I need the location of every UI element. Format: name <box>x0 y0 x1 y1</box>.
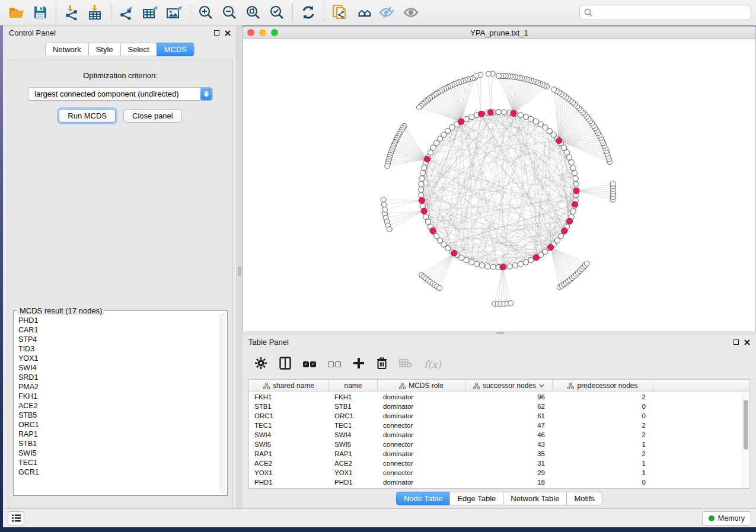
table-cell[interactable]: 2 <box>553 393 653 400</box>
zoom-selected-icon[interactable] <box>265 2 289 23</box>
mcds-node[interactable] <box>548 244 554 250</box>
table-cell[interactable]: 2 <box>553 422 653 429</box>
clone-network-icon[interactable] <box>328 2 352 23</box>
mcds-result-item[interactable]: RAP1 <box>16 430 219 439</box>
mcds-result-item[interactable]: FKH1 <box>16 392 219 401</box>
deselect-all-icon[interactable] <box>328 361 341 367</box>
satellite-node[interactable] <box>486 71 492 76</box>
satellite-node[interactable] <box>382 207 388 212</box>
mcds-node[interactable] <box>511 110 516 116</box>
network-node[interactable] <box>469 259 474 265</box>
mcds-node[interactable] <box>479 111 484 117</box>
task-history-button[interactable] <box>8 511 24 525</box>
network-node[interactable] <box>567 155 572 160</box>
network-node[interactable] <box>507 264 512 269</box>
float-panel-icon[interactable] <box>214 30 219 36</box>
select-all-icon[interactable]: ✓✓ <box>303 361 316 367</box>
import-table-icon[interactable] <box>84 2 107 23</box>
satellite-node[interactable] <box>584 261 589 266</box>
table-cell[interactable]: FKH1 <box>249 393 329 400</box>
mcds-node[interactable] <box>562 227 567 233</box>
table-row[interactable]: ACE2ACE2connector311 <box>249 459 749 468</box>
table-cell[interactable]: SWI4 <box>249 431 329 438</box>
show-all-icon[interactable] <box>399 2 423 23</box>
export-network-icon[interactable] <box>115 2 139 23</box>
column-header-MCDS-role[interactable]: MCDS role <box>378 380 465 392</box>
column-header-name[interactable]: name <box>329 380 378 392</box>
table-row[interactable]: STB1STB1dominator620 <box>249 402 749 411</box>
network-node[interactable] <box>422 165 427 170</box>
table-row[interactable]: SWI5SWI5connector431 <box>249 440 749 449</box>
mcds-result-item[interactable]: PHD1 <box>16 316 219 325</box>
table-cell[interactable]: 0 <box>553 479 653 486</box>
table-cell[interactable]: SWI5 <box>329 441 378 448</box>
network-node[interactable] <box>573 176 578 181</box>
table-cell[interactable]: SWI4 <box>329 431 378 438</box>
table-cell[interactable]: ACE2 <box>249 460 329 467</box>
zoom-out-icon[interactable] <box>218 2 241 23</box>
network-node[interactable] <box>480 262 485 268</box>
network-node[interactable] <box>464 258 469 263</box>
network-node[interactable] <box>419 181 424 187</box>
close-panel-button[interactable]: Close panel <box>123 109 182 123</box>
table-row[interactable]: SWI4SWI4dominator462 <box>249 430 749 440</box>
network-node[interactable] <box>518 113 523 118</box>
table-cell[interactable]: 29 <box>465 469 553 476</box>
table-cell[interactable]: 35 <box>465 450 553 457</box>
mcds-result-item[interactable]: STB1 <box>16 439 219 448</box>
save-session-icon[interactable] <box>28 2 52 23</box>
table-cell[interactable]: 43 <box>465 441 553 448</box>
table-cell[interactable]: 61 <box>465 412 553 419</box>
table-cell[interactable]: 31 <box>465 460 553 467</box>
list-scrollbar[interactable] <box>220 313 225 493</box>
network-node[interactable] <box>485 264 490 269</box>
table-cell[interactable]: connector <box>378 422 465 429</box>
satellite-node[interactable] <box>437 286 442 291</box>
tab-motifs[interactable]: Motifs <box>566 492 602 505</box>
memory-button[interactable]: Memory <box>702 511 751 525</box>
zoom-in-icon[interactable] <box>194 2 218 23</box>
network-node[interactable] <box>490 264 496 270</box>
table-cell[interactable]: 47 <box>465 422 553 429</box>
table-cell[interactable]: ORC1 <box>249 412 329 419</box>
table-cell[interactable]: STB1 <box>329 403 378 410</box>
criterion-dropdown[interactable]: largest connected component (undirected) <box>28 87 213 101</box>
mcds-node[interactable] <box>500 264 506 270</box>
search-box[interactable] <box>579 5 751 20</box>
table-cell[interactable]: PHD1 <box>249 479 329 486</box>
table-cell[interactable]: 2 <box>553 450 653 457</box>
table-cell[interactable]: dominator <box>378 431 465 438</box>
first-neighbors-icon[interactable]: ⌂⌂ <box>352 2 375 23</box>
mcds-node[interactable] <box>556 138 562 144</box>
network-node[interactable] <box>528 116 534 121</box>
export-image-icon[interactable] <box>162 2 186 23</box>
network-node[interactable] <box>420 171 425 176</box>
satellite-node[interactable] <box>381 202 387 207</box>
mcds-result-item[interactable]: STP4 <box>16 335 219 344</box>
mcds-node[interactable] <box>567 218 573 224</box>
mcds-result-item[interactable]: YOX1 <box>16 354 219 363</box>
mcds-node[interactable] <box>419 197 425 203</box>
mcds-result-item[interactable]: GCR1 <box>16 467 219 477</box>
mcds-result-item[interactable]: SWI5 <box>16 448 219 458</box>
satellite-node[interactable] <box>385 164 390 169</box>
splitter-handle[interactable] <box>497 332 504 334</box>
table-cell[interactable]: dominator <box>378 403 465 410</box>
satellite-node[interactable] <box>610 181 615 186</box>
add-column-icon[interactable] <box>353 357 365 371</box>
network-node[interactable] <box>569 160 574 165</box>
network-node[interactable] <box>428 150 433 155</box>
table-cell[interactable]: 0 <box>553 403 653 410</box>
open-session-icon[interactable] <box>5 2 28 23</box>
tab-mcds[interactable]: MCDS <box>157 43 194 56</box>
float-panel-icon[interactable] <box>733 339 739 345</box>
table-cell[interactable]: PHD1 <box>329 479 378 486</box>
table-cell[interactable]: TEC1 <box>249 422 329 429</box>
network-window-titlebar[interactable]: YPA_prune.txt_1 <box>243 27 755 39</box>
table-cell[interactable]: FKH1 <box>329 393 378 400</box>
hide-selected-icon[interactable] <box>375 2 399 23</box>
network-node[interactable] <box>570 209 576 214</box>
table-cell[interactable]: 62 <box>465 403 553 410</box>
mcds-result-item[interactable]: SWI4 <box>16 363 219 373</box>
table-cell[interactable]: ACE2 <box>329 460 378 467</box>
